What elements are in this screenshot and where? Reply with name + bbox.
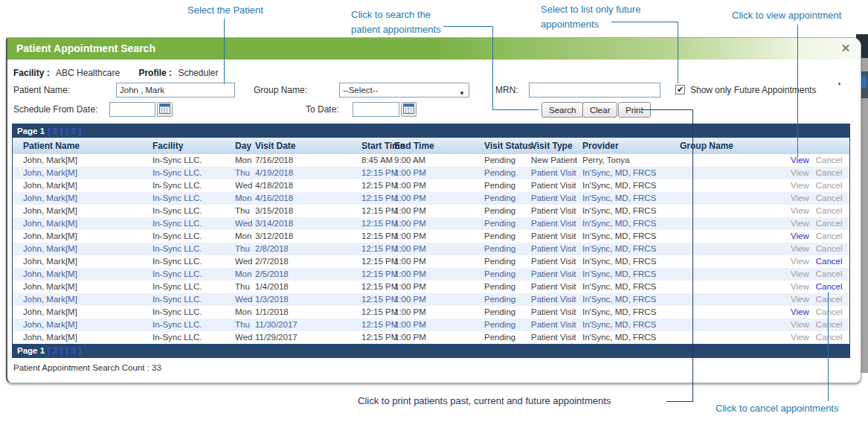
view-link[interactable]: View (791, 306, 809, 319)
cell-group-name (674, 205, 779, 217)
connector-line-print (666, 401, 693, 402)
view-link[interactable]: View (791, 205, 809, 217)
table-row: John, Mark[M] In-Sync LLC. Thu 11/30/201… (13, 319, 849, 331)
view-link[interactable]: View (791, 167, 809, 179)
cell-visit-type: Patient Visit (531, 268, 582, 281)
calendar-icon (159, 103, 170, 114)
connector-line-cancel (828, 292, 829, 401)
cell-visit-status: Pending (484, 293, 531, 306)
view-link[interactable]: View (791, 217, 809, 230)
group-name-select[interactable]: --Select-- ▼ (339, 83, 469, 97)
from-date-calendar-button[interactable] (157, 102, 173, 117)
dialog-titlebar: Patient Appointment Search (7, 38, 861, 60)
cancel-link[interactable]: Cancel (816, 230, 843, 243)
cell-day: Mon (235, 306, 255, 319)
cancel-link[interactable]: Cancel (816, 167, 843, 179)
table-row: John, Mark[M] In-Sync LLC. Thu 4/19/2018… (13, 167, 849, 179)
view-link[interactable]: View (791, 293, 809, 306)
cell-visit-type: Patient Visit (531, 217, 582, 230)
cancel-link[interactable]: Cancel (816, 281, 843, 293)
cell-start-time: 12:15 PM (361, 281, 394, 293)
table-row: John, Mark[M] In-Sync LLC. Mon 2/5/2018 … (13, 268, 849, 281)
cell-end-time: 1:00 PM (394, 179, 484, 192)
cancel-link[interactable]: Cancel (816, 331, 843, 344)
cancel-link[interactable]: Cancel (816, 192, 843, 205)
cancel-link[interactable]: Cancel (816, 179, 843, 192)
view-link[interactable]: View (791, 331, 809, 344)
cancel-link[interactable]: Cancel (816, 205, 843, 217)
page-link[interactable]: [ 3 ] (66, 346, 81, 355)
cell-end-time: 1:00 PM (394, 205, 484, 217)
cell-end-time: 1:00 PM (394, 192, 484, 205)
cell-visit-type: Patient Visit (531, 306, 582, 319)
search-button[interactable]: Search (541, 102, 583, 118)
cell-facility: In-Sync LLC. (152, 217, 235, 230)
view-link[interactable]: View (791, 268, 809, 281)
page-link[interactable]: [ 2 ] (48, 127, 62, 135)
to-date-calendar-button[interactable] (401, 102, 417, 117)
cell-actions: View Cancel (779, 293, 849, 306)
view-link[interactable]: View (791, 319, 809, 331)
clear-button[interactable]: Clear (582, 102, 617, 118)
cell-day: Mon (235, 192, 255, 205)
view-link[interactable]: View (791, 281, 809, 293)
cell-patient-name: John, Mark[M] (13, 293, 152, 306)
cell-visit-date: 11/29/2017 (255, 331, 361, 344)
cell-visit-type: Patient Visit (531, 319, 582, 331)
cancel-link[interactable]: Cancel (816, 154, 843, 167)
cell-day: Mon (235, 268, 255, 281)
cancel-link[interactable]: Cancel (816, 255, 843, 268)
cell-provider: In'Sync, MD, FRCS (582, 167, 674, 179)
connector-line-search (492, 26, 493, 110)
pagination-bar-top: Page 1[ 2 ][ 3 ] (13, 124, 849, 138)
cell-start-time: 12:15 PM (361, 293, 394, 306)
view-link[interactable]: View (791, 179, 809, 192)
view-link[interactable]: View (791, 192, 809, 205)
cell-group-name (674, 192, 779, 205)
cancel-link[interactable]: Cancel (816, 319, 843, 331)
cell-start-time: 12:15 PM (361, 243, 394, 255)
cell-group-name (674, 243, 779, 255)
cell-day: Thu (235, 281, 255, 293)
connector-line-print (643, 109, 693, 110)
cell-end-time: 1:00 PM (394, 243, 484, 255)
from-date-input[interactable] (109, 102, 155, 117)
cancel-link[interactable]: Cancel (816, 293, 843, 306)
view-link[interactable]: View (791, 243, 809, 255)
view-link[interactable]: View (791, 154, 809, 167)
page-link[interactable]: [ 2 ] (48, 346, 62, 355)
cell-start-time: 12:15 PM (361, 255, 394, 268)
cell-visit-status: Pending (484, 217, 531, 230)
view-link[interactable]: View (791, 255, 809, 268)
cell-provider: In'Sync, MD, FRCS (582, 319, 674, 331)
cancel-link[interactable]: Cancel (816, 268, 843, 281)
table-row: John, Mark[M] In-Sync LLC. Wed 11/29/201… (13, 331, 849, 344)
cell-end-time: 1:00 PM (394, 331, 484, 344)
cell-facility: In-Sync LLC. (152, 167, 235, 179)
cell-provider: In'Sync, MD, FRCS (582, 293, 674, 306)
view-link[interactable]: View (791, 230, 809, 243)
cell-actions: View Cancel (779, 192, 849, 205)
connector-line-view (797, 25, 798, 157)
close-icon[interactable]: ✕ (838, 41, 853, 56)
cancel-link[interactable]: Cancel (816, 306, 843, 319)
cell-facility: In-Sync LLC. (152, 306, 235, 319)
cell-provider: In'Sync, MD, FRCS (582, 205, 674, 217)
appointments-table: Page 1[ 2 ][ 3 ] Patient Name Facility D… (12, 124, 850, 358)
col-header-visit-type: Visit Type (531, 138, 582, 154)
cell-patient-name: John, Mark[M] (13, 154, 152, 167)
page-link[interactable]: [ 3 ] (66, 127, 81, 135)
future-checkbox[interactable]: ✔ (675, 85, 685, 95)
mrn-input[interactable] (529, 83, 660, 97)
patient-name-input[interactable] (116, 83, 235, 97)
cancel-link[interactable]: Cancel (816, 217, 843, 230)
facility-label: Facility : (13, 68, 50, 78)
cancel-link[interactable]: Cancel (816, 243, 843, 255)
connector-line-search (492, 109, 539, 110)
cell-day: Thu (235, 167, 255, 179)
cell-provider: In'Sync, MD, FRCS (582, 243, 674, 255)
cell-visit-type: Patient Visit (531, 281, 582, 293)
cell-visit-status: Pending (484, 268, 531, 281)
table-row: John, Mark[M] In-Sync LLC. Wed 1/3/2018 … (13, 293, 849, 306)
to-date-input[interactable] (353, 102, 399, 117)
